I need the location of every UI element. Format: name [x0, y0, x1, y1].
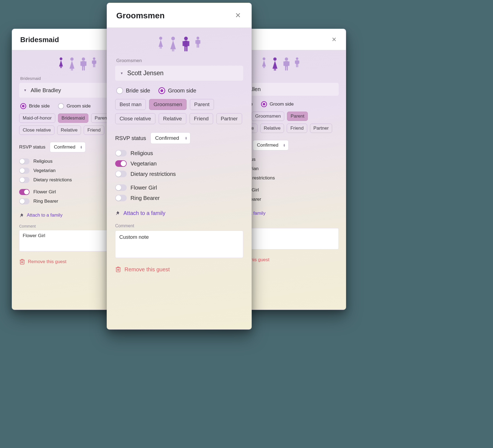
sort-icon: ▲▼: [185, 136, 187, 140]
radio-groom-side[interactable]: Groom side: [58, 103, 91, 109]
girl-icon[interactable]: [157, 36, 164, 49]
woman-icon[interactable]: [68, 57, 76, 71]
chip-parent[interactable]: Parent: [190, 99, 214, 110]
chip-relative[interactable]: Relative: [57, 126, 81, 135]
chip-close-relative[interactable]: Close relative: [19, 126, 54, 135]
boy-icon[interactable]: [294, 57, 300, 67]
guest-card-groomsmen: Groomsmen ✕ Groomsmen ▼ Scott Jensen Bri…: [107, 3, 252, 330]
man-icon[interactable]: [182, 36, 190, 51]
card-title: Bridesmaid: [20, 36, 59, 44]
role-chip-group: Best man Groomsmen Parent Close relative…: [115, 99, 243, 132]
side-radio-group: Bride side Groom side: [115, 87, 243, 99]
toggle-flowergirl[interactable]: Flower Girl: [115, 184, 243, 191]
guest-name: Allie Bradley: [31, 87, 61, 94]
boy-icon[interactable]: [195, 36, 201, 48]
girl-icon[interactable]: [58, 57, 64, 68]
radio-bride-side[interactable]: Bride side: [116, 87, 150, 94]
chip-maid-of-honor[interactable]: Maid-of-honor: [19, 114, 55, 123]
man-icon[interactable]: [80, 57, 87, 71]
trash-icon: [19, 258, 25, 265]
sort-icon: ▲▼: [80, 146, 83, 149]
toggle-ringbearer[interactable]: Ring Bearer: [115, 195, 243, 201]
chip-relative[interactable]: Relative: [159, 113, 186, 124]
chip-friend[interactable]: Friend: [84, 126, 104, 135]
radio-groom-side[interactable]: Groom side: [261, 101, 294, 107]
toggle-dietary[interactable]: Dietary restrictions: [115, 171, 243, 177]
chevron-down-icon: ▼: [120, 71, 123, 75]
woman-icon[interactable]: [271, 57, 279, 71]
toggle-religious[interactable]: Religious: [115, 150, 243, 156]
diet-toggles: Religious Vegetarian Dietary restriction…: [115, 150, 243, 184]
role-label: Groomsmen: [115, 58, 243, 66]
woman-icon[interactable]: [169, 36, 177, 51]
toggle-vegetarian[interactable]: Vegetarian: [115, 160, 243, 167]
card-title: Groomsmen: [116, 11, 165, 20]
remove-guest-button[interactable]: Remove this guest: [115, 259, 243, 273]
role-extra-toggles: Flower Girl Ring Bearer: [115, 184, 243, 208]
rsvp-select[interactable]: Confirmed▲▼: [150, 132, 190, 144]
attach-family-button[interactable]: Attach to a family: [115, 208, 243, 223]
chip-friend[interactable]: Friend: [190, 113, 213, 124]
rsvp-select[interactable]: Confirmed▲▼: [50, 142, 85, 152]
person-type-picker: [115, 34, 243, 58]
radio-bride-side[interactable]: Bride side: [20, 103, 50, 109]
close-icon[interactable]: ✕: [233, 10, 243, 21]
chip-relative[interactable]: Relative: [260, 124, 284, 133]
pin-icon: [115, 211, 121, 216]
sort-icon: ▲▼: [283, 144, 286, 147]
chip-groomsmen[interactable]: Groomsmen: [149, 99, 187, 110]
name-dropdown[interactable]: ▼ Scott Jensen: [115, 66, 243, 81]
chip-partner[interactable]: Partner: [310, 124, 332, 133]
rsvp-select[interactable]: Confirmed▲▼: [253, 140, 288, 150]
boy-icon[interactable]: [91, 57, 97, 67]
girl-icon[interactable]: [261, 57, 267, 68]
guest-name: Scott Jensen: [127, 69, 164, 77]
chip-partner[interactable]: Partner: [216, 113, 242, 124]
comment-input[interactable]: [115, 231, 243, 258]
chip-friend[interactable]: Friend: [287, 124, 307, 133]
pin-icon: [19, 213, 24, 218]
chevron-down-icon: ▼: [24, 88, 27, 92]
rsvp-label: RSVP status: [19, 144, 45, 150]
close-icon[interactable]: ✕: [329, 35, 339, 44]
rsvp-label: RSVP status: [115, 135, 146, 141]
card-header: Groomsmen ✕: [107, 3, 251, 28]
chip-close-relative[interactable]: Close relative: [115, 113, 155, 124]
comment-label: Comment: [115, 223, 243, 231]
man-icon[interactable]: [283, 57, 290, 71]
rsvp-row: RSVP status Confirmed▲▼: [115, 132, 243, 150]
chip-bridesmaid[interactable]: Bridesmaid: [58, 114, 88, 123]
radio-groom-side[interactable]: Groom side: [158, 87, 196, 94]
chip-parent[interactable]: Parent: [287, 112, 308, 121]
trash-icon: [115, 266, 122, 273]
chip-groomsmen[interactable]: Groomsmen: [252, 112, 285, 121]
chip-best-man[interactable]: Best man: [115, 99, 146, 110]
